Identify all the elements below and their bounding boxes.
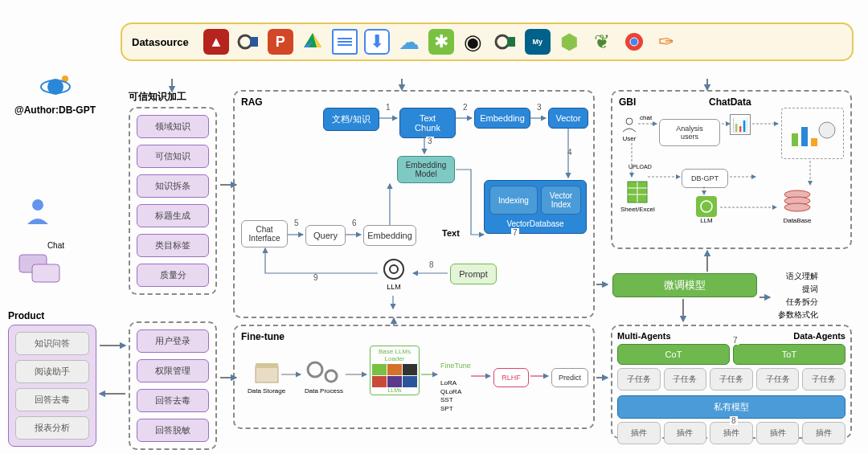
knowledge-item: 类目标签 — [137, 234, 209, 257]
svg-rect-9 — [507, 37, 515, 47]
semantics-list: 语义理解 提词 任务拆分 参数格式化 — [778, 270, 818, 321]
cot-pill: CoT — [617, 344, 730, 365]
gbi-arrows — [612, 92, 854, 251]
knowledge-title: 可信知识加工 — [129, 90, 217, 104]
datasource-bar: Datasource ▲ P ⬇ ☁ ✱ ◉ My ⬢ ❦ ✑ — [121, 22, 854, 61]
knowledge-item: 可信知识 — [137, 145, 209, 168]
subtask: 子任务 — [756, 368, 800, 391]
finetune-box: Fine-tune Data Storage Data Process Base… — [233, 325, 595, 429]
list-doc-icon — [332, 29, 358, 55]
ft-arrows — [235, 326, 596, 431]
product-title: Product — [8, 310, 96, 321]
knowledge-item: 领域知识 — [137, 115, 209, 138]
evernote-icon: ✱ — [428, 29, 454, 55]
chrome-icon — [621, 29, 647, 55]
subtask: 子任务 — [802, 368, 845, 391]
mysql-icon: My — [525, 29, 551, 55]
chat-block: Chat — [16, 241, 64, 288]
drive-icon — [300, 29, 326, 55]
tot-pill: ToT — [733, 344, 845, 365]
download-icon: ⬇ — [364, 29, 390, 55]
svg-rect-15 — [32, 264, 59, 282]
plugin: 插件 — [664, 422, 707, 444]
svg-rect-4 — [250, 37, 258, 47]
feather-icon: ✑ — [653, 29, 679, 55]
plugin: 插件 — [710, 422, 753, 444]
word-gear-icon — [235, 29, 261, 55]
knowledge-item: 质量分 — [137, 264, 209, 287]
excel-gear-icon — [493, 29, 518, 55]
product-item: 回答去毒 — [15, 388, 89, 411]
rag-arrows — [235, 92, 596, 320]
database-icon: ⬢ — [557, 29, 583, 55]
svg-point-8 — [496, 35, 509, 48]
product-item: 知识问答 — [15, 332, 89, 355]
cloud-icon: ☁ — [396, 29, 422, 55]
admin-item: 权限管理 — [137, 359, 209, 382]
admin-item: 回答去毒 — [137, 389, 209, 412]
svg-point-3 — [239, 35, 252, 48]
private-model: 私有模型 — [617, 395, 845, 419]
rag-box: RAG 文档/知识 Text Chunk Embedding Vector Em… — [233, 90, 595, 318]
knowledge-item: 标题生成 — [137, 204, 209, 227]
gbi-box: GBI ChatData User chat Analysis users 📊 … — [611, 90, 852, 249]
author-label: @Author:DB-GPT — [14, 104, 96, 116]
mongodb-icon: ❦ — [589, 29, 615, 55]
subtask: 子任务 — [710, 368, 753, 391]
agents-box: Multi-Agents Data-Agents CoT ToT 7 子任务 子… — [611, 325, 852, 439]
tune-button[interactable]: 微调模型 — [612, 273, 757, 297]
logo-icon — [38, 72, 73, 101]
chat-label: Chat — [16, 241, 64, 250]
ppt-icon: P — [268, 29, 293, 55]
plugin: 插件 — [802, 422, 845, 444]
admin-item: 回答脱敏 — [137, 419, 209, 442]
admin-item: 用户登录 — [137, 329, 209, 353]
product-column: Product 知识问答 阅读助手 回答去毒 报表分析 — [8, 310, 96, 447]
pdf-icon: ▲ — [203, 29, 229, 55]
product-item: 阅读助手 — [15, 360, 89, 383]
plugin: 插件 — [617, 422, 661, 444]
svg-point-13 — [32, 199, 43, 211]
plugin: 插件 — [756, 422, 800, 444]
subtask: 子任务 — [617, 368, 661, 391]
product-item: 报表分析 — [15, 416, 89, 440]
subtask: 子任务 — [664, 368, 707, 391]
knowledge-column: 可信知识加工 领域知识 可信知识 知识拆条 标题生成 类目标签 质量分 — [129, 90, 217, 295]
datasource-label: Datasource — [132, 36, 189, 48]
chat-bubbles-icon — [16, 252, 64, 287]
agents-title: Multi-Agents — [617, 331, 671, 341]
knowledge-item: 知识拆条 — [137, 174, 209, 198]
data-agents-title: Data-Agents — [793, 331, 845, 341]
author-block: @Author:DB-GPT — [14, 72, 96, 116]
user-icon — [24, 197, 51, 226]
github-icon: ◉ — [461, 29, 486, 55]
admin-column: 用户登录 权限管理 回答去毒 回答脱敏 — [129, 321, 217, 450]
